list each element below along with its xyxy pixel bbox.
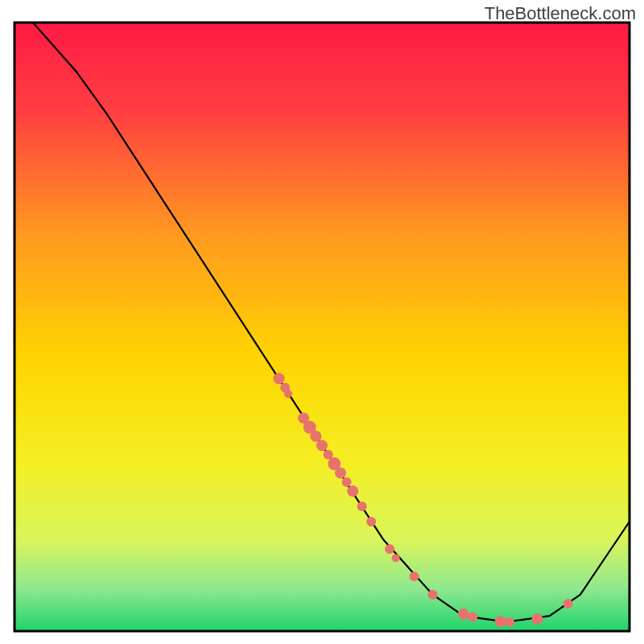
marker-dot bbox=[458, 609, 469, 620]
marker-dot bbox=[342, 477, 352, 487]
marker-dot bbox=[357, 502, 367, 511]
marker-dot bbox=[284, 390, 292, 398]
marker-dot bbox=[410, 572, 419, 581]
marker-dot bbox=[468, 613, 477, 622]
marker-dot bbox=[347, 485, 358, 497]
marker-dot bbox=[428, 590, 438, 600]
watermark-text: TheBottleneck.com bbox=[485, 3, 636, 24]
bottleneck-chart bbox=[0, 0, 644, 644]
marker-dot bbox=[495, 616, 506, 627]
marker-dot bbox=[564, 599, 573, 609]
marker-dot bbox=[335, 467, 346, 478]
marker-dot bbox=[274, 373, 285, 384]
marker-dot bbox=[366, 517, 376, 526]
marker-dot bbox=[505, 617, 514, 627]
marker-dot bbox=[531, 613, 543, 625]
chart-container: TheBottleneck.com bbox=[0, 0, 644, 644]
marker-dot bbox=[316, 440, 328, 451]
marker-dot bbox=[385, 544, 394, 554]
marker-dot bbox=[392, 554, 400, 562]
